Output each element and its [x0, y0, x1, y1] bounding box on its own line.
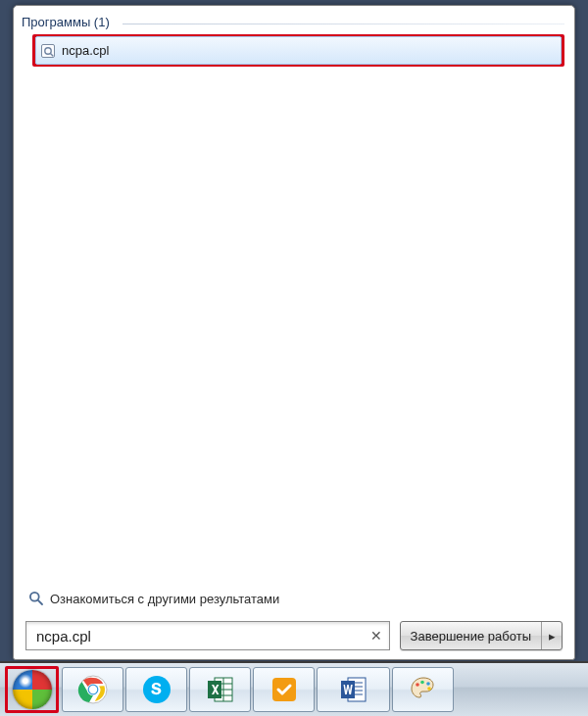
search-box[interactable]: ✕	[25, 621, 390, 650]
start-button-highlight	[5, 666, 59, 713]
word-icon	[338, 674, 369, 705]
svg-point-25	[427, 687, 431, 691]
svg-point-23	[420, 681, 424, 685]
shutdown-menu-arrow[interactable]: ▸	[541, 622, 562, 649]
sticky-notes-icon	[269, 674, 300, 705]
section-divider	[122, 24, 564, 24]
svg-rect-21	[341, 681, 355, 698]
svg-line-4	[38, 600, 42, 604]
skype-icon	[141, 674, 172, 705]
start-menu-panel: Программы (1) ncpa.cpl Ознакомиться с др…	[13, 5, 575, 660]
start-button[interactable]	[0, 663, 61, 716]
windows-orb-icon	[13, 670, 52, 709]
shutdown-label: Завершение работы	[401, 622, 541, 649]
svg-point-24	[426, 682, 430, 686]
programs-section-header: Программы (1)	[22, 15, 110, 29]
search-input[interactable]	[34, 627, 368, 645]
shutdown-button[interactable]: Завершение работы ▸	[400, 621, 563, 650]
paint-icon	[408, 674, 439, 705]
chrome-icon	[77, 674, 109, 705]
search-result-label: ncpa.cpl	[62, 43, 109, 58]
excel-button[interactable]	[189, 667, 251, 712]
taskbar	[0, 661, 588, 716]
search-result-ncpa[interactable]: ncpa.cpl	[32, 34, 564, 67]
clear-search-icon[interactable]: ✕	[368, 627, 385, 644]
sticky-button[interactable]	[253, 667, 315, 712]
control-panel-item-icon	[40, 43, 56, 59]
start-menu-footer: ✕ Завершение работы ▸	[25, 619, 563, 652]
more-results-link[interactable]: Ознакомиться с другими результатами	[28, 591, 279, 606]
chrome-button[interactable]	[62, 667, 123, 712]
search-icon	[28, 591, 44, 606]
svg-point-7	[88, 686, 96, 693]
paint-button[interactable]	[392, 667, 454, 712]
svg-point-22	[416, 683, 419, 687]
more-results-label: Ознакомиться с другими результатами	[50, 592, 279, 606]
skype-button[interactable]	[125, 667, 187, 712]
excel-icon	[205, 674, 236, 705]
word-button[interactable]	[317, 667, 390, 712]
